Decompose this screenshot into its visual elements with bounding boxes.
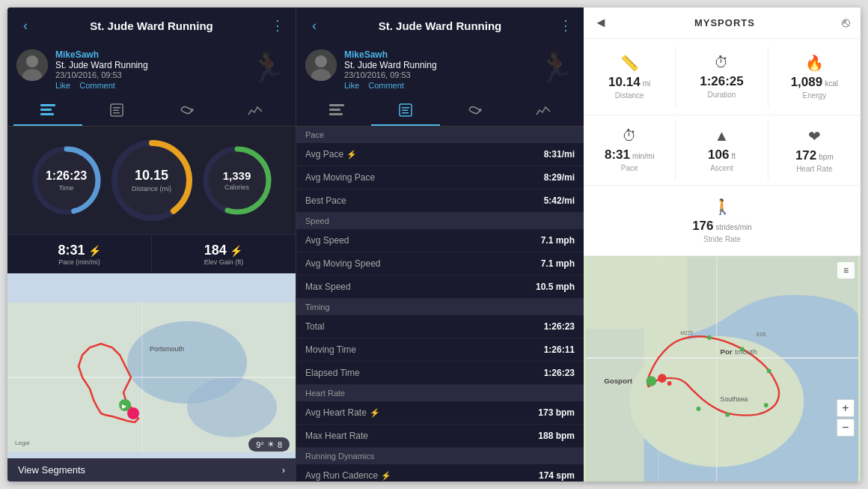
svg-point-48: [647, 376, 657, 386]
gauge-distance-label: Distance (mi): [132, 185, 171, 192]
pace-icon: ⚡: [88, 245, 101, 257]
ms-stat-stride: 🚶 176 strides/min Stride Rate: [584, 190, 861, 251]
like-link-p1[interactable]: Like: [55, 81, 70, 90]
panel-stats-detail: ‹ St. Jude Ward Running ⋮ MikeSawh St. J…: [296, 7, 584, 482]
comment-link-p2[interactable]: Comment: [368, 81, 404, 90]
stat-row-value: 1:26:11: [544, 344, 575, 355]
stat-row: Best Pace5:42/mi: [296, 189, 584, 213]
share-button-p3[interactable]: ⎋: [842, 15, 850, 31]
header-panel1: ‹ St. Jude Ward Running ⋮: [7, 7, 296, 43]
stat-pace-value: 8:31: [58, 243, 85, 258]
stat-row: Elapsed Time1:26:23: [296, 362, 584, 385]
more-button-p2[interactable]: ⋮: [558, 17, 573, 34]
back-button-p2[interactable]: ‹: [307, 18, 322, 34]
tab-p1-1[interactable]: [82, 96, 151, 126]
stat-row: Avg Moving Pace8:29/mi: [296, 166, 584, 189]
back-button-p1[interactable]: ‹: [18, 18, 33, 34]
stat-row: Avg Heart Rate ⚡173 bpm: [296, 401, 584, 425]
stat-row-label: Moving Time: [305, 344, 356, 355]
activity-date-p2: 23/10/2016, 09:53: [344, 70, 537, 79]
social-links-p2: Like Comment: [344, 81, 537, 90]
svg-text:Gosport: Gosport: [604, 377, 632, 385]
section-header: Timing: [296, 299, 584, 315]
svg-text:▶: ▶: [122, 403, 127, 410]
ms-pace-unit: min/mi: [632, 152, 654, 160]
stat-row: Avg Pace ⚡8:31/mi: [296, 143, 584, 166]
gauges-area: 1:26:23 Time 10.15 Distance (mi): [7, 127, 296, 234]
svg-rect-9: [113, 112, 120, 114]
wind-value: 8: [278, 440, 282, 449]
section-header: Heart Rate: [296, 385, 584, 401]
svg-rect-5: [40, 113, 54, 115]
ms-stride-unit: strides/min: [716, 223, 752, 231]
zoom-controls: + −: [837, 399, 855, 437]
comment-link-p1[interactable]: Comment: [79, 81, 115, 90]
ms-heart-rate-unit: bpm: [819, 153, 833, 161]
stat-row-label: Avg Heart Rate ⚡: [305, 407, 380, 418]
like-link-p2[interactable]: Like: [344, 81, 359, 90]
gauge-time-value: 1:26:23: [46, 169, 87, 183]
user-name-p2: MikeSawh: [344, 49, 537, 60]
more-button-p1[interactable]: ⋮: [270, 17, 285, 34]
tab-p2-1[interactable]: [371, 96, 440, 126]
svg-text:Legal: Legal: [15, 440, 30, 446]
ms-stride-value: 176: [692, 219, 713, 234]
stat-row-label: Avg Run Cadence ⚡: [305, 470, 391, 481]
stat-row: Avg Moving Speed7.1 mph: [296, 252, 584, 276]
ms-energy-label: Energy: [802, 91, 826, 100]
svg-rect-33: [329, 104, 344, 106]
tab-p1-2[interactable]: [152, 96, 221, 126]
gauge-time-text: 1:26:23 Time: [46, 169, 87, 192]
svg-text:Por: Por: [721, 347, 733, 356]
stat-row-label: Max Heart Rate: [305, 431, 368, 441]
stat-row-value: 10.5 mph: [536, 282, 575, 292]
elev-icon: ⚡: [230, 245, 242, 257]
ms-stat-heart-rate: ❤ 172 bpm Heart Rate: [768, 120, 861, 180]
svg-text:tmouth: tmouth: [735, 347, 757, 356]
ms-pace-icon: ⏱: [622, 127, 637, 145]
ms-ascent-label: Ascent: [710, 164, 733, 172]
gauge-distance: 10.15 Distance (mi): [109, 137, 195, 224]
stat-row: Moving Time1:26:11: [296, 338, 584, 362]
gauge-calories-label: Calories: [223, 183, 251, 191]
stat-row-label: Max Speed: [305, 282, 351, 292]
gauge-time: 1:26:23 Time: [29, 143, 104, 218]
ms-distance-unit: mi: [643, 79, 651, 88]
back-button-p3[interactable]: ◄: [594, 15, 608, 31]
stat-row-label: Avg Pace ⚡: [305, 149, 357, 160]
ms-pace-label: Pace: [621, 164, 638, 172]
stat-row-icon: ⚡: [381, 471, 391, 481]
svg-point-22: [187, 377, 277, 437]
stat-row-value: 188 bpm: [538, 431, 575, 441]
ms-heart-rate-icon: ❤: [808, 127, 821, 145]
panel-mysports: ◄ MYSPORTS ⎋ 📏 10.14 mi Distance ⏱ 1:26:…: [584, 7, 861, 482]
svg-point-58: [767, 369, 771, 374]
stat-row: Avg Speed7.1 mph: [296, 229, 584, 252]
tab-p1-0[interactable]: [13, 96, 82, 126]
tab-p2-0[interactable]: [302, 96, 371, 126]
header-title-p1: St. Jude Ward Running: [33, 19, 270, 32]
header-panel2: ‹ St. Jude Ward Running ⋮: [296, 7, 584, 43]
stat-row-value: 8:31/mi: [544, 149, 575, 160]
zoom-out-btn[interactable]: −: [837, 419, 855, 437]
stat-elev-label: Elev Gain (ft): [204, 258, 244, 266]
tab-p1-3[interactable]: [221, 96, 290, 126]
runner-icon-p1: 🏃: [249, 49, 287, 85]
ms-ascent-value: 106: [708, 148, 729, 163]
zoom-in-btn[interactable]: +: [837, 399, 855, 417]
stat-pace-label: Pace (min/mi): [58, 258, 100, 266]
tab-p2-2[interactable]: [440, 96, 509, 126]
map-area-p1[interactable]: Portsmouth ▶ Legal 9° ☀ 8 View Segments …: [7, 273, 296, 482]
tab-p2-3[interactable]: [509, 96, 578, 126]
view-segments-btn[interactable]: View Segments ›: [7, 458, 296, 482]
stat-row-label: Avg Moving Pace: [305, 172, 375, 183]
map-menu-btn[interactable]: ≡: [837, 262, 855, 279]
stat-row-label: Avg Speed: [305, 235, 349, 246]
map-area-p3[interactable]: Gosport Por tmouth Southsea M275 E05 ≡ +…: [584, 256, 861, 482]
tab-bar-p2: [296, 96, 584, 127]
svg-point-28: [127, 407, 139, 419]
gauge-calories-value: 1,339: [223, 170, 251, 183]
panel-workout-summary: ‹ St. Jude Ward Running ⋮ MikeSawh St. J…: [7, 7, 296, 482]
ms-energy-unit: kcal: [825, 79, 838, 88]
stat-row-label: Best Pace: [305, 195, 346, 206]
